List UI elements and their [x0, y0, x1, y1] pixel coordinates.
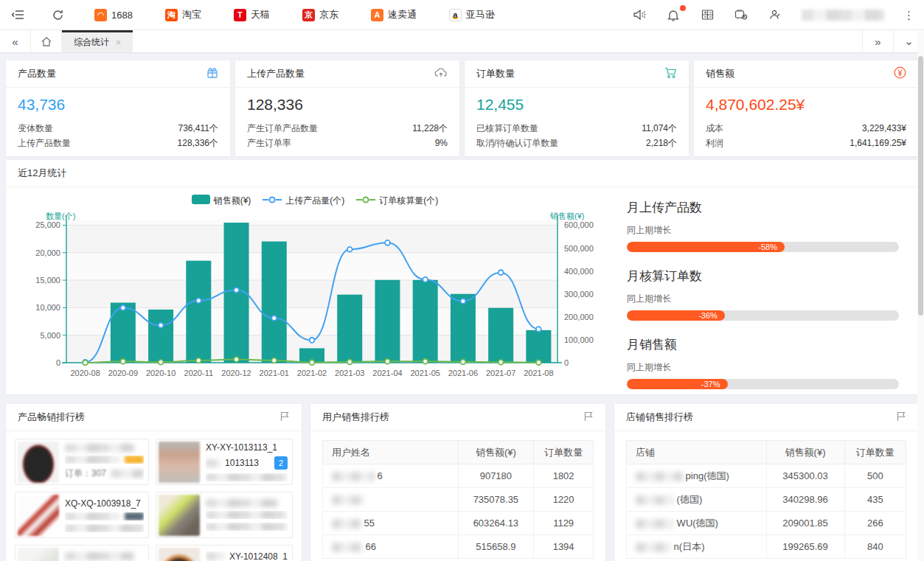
- blurred-text: [206, 459, 220, 467]
- kpi-progress-track[interactable]: -58%: [627, 242, 899, 252]
- apps-icon[interactable]: [700, 7, 715, 22]
- refresh-icon[interactable]: [50, 7, 65, 22]
- svg-text:5,000: 5,000: [40, 331, 60, 340]
- legend-label: 销售额(¥): [214, 195, 251, 207]
- stat-subrow-value: 11,228个: [412, 121, 448, 136]
- flag-icon[interactable]: [279, 411, 290, 424]
- blurred-text: [206, 511, 288, 519]
- table-row[interactable]: 735078.351220: [323, 488, 594, 512]
- platform-tab-label: 亚马逊: [466, 8, 495, 21]
- more-menu-icon[interactable]: ⋮: [903, 13, 914, 17]
- product-grid: 订单：307XY-XY-1013113_110131132XQ-XQ-10039…: [6, 431, 302, 561]
- stat-card-body: 12,455已核算订单数量11,074个取消/待确认订单数量2,218个: [465, 88, 689, 156]
- product-order-line: [206, 473, 288, 481]
- support-icon[interactable]: [734, 7, 748, 22]
- product-card[interactable]: 订单：307: [15, 439, 149, 485]
- product-order-line: [206, 523, 288, 531]
- scrollbar-thumb[interactable]: [918, 56, 923, 316]
- product-card[interactable]: XY-XY-1013113_110131132: [156, 439, 293, 485]
- platform-tab-1688[interactable]: ◠1688: [94, 9, 133, 21]
- stat-subrow-value: 2,218个: [646, 136, 677, 150]
- blurred-name: [636, 519, 674, 529]
- gift-icon: [206, 67, 218, 81]
- kpi-title: 月上传产品数: [627, 199, 899, 216]
- sales-cell: 907180: [458, 464, 534, 488]
- product-ranking-panel: 产品畅销排行榜 订单：307XY-XY-1013113_110131132XQ-…: [6, 404, 302, 561]
- table-row[interactable]: n(日本)199265.69840: [627, 535, 906, 559]
- name-suffix: n(日本): [671, 541, 705, 552]
- product-panel-header: 产品畅销排行榜: [6, 404, 302, 431]
- legend-marker-icon: [192, 195, 210, 206]
- product-order-line: 订单：307: [65, 467, 144, 480]
- svg-text:2021-07: 2021-07: [486, 369, 515, 377]
- kpi-progress-fill: -36%: [627, 310, 725, 321]
- blurred-name: [332, 495, 364, 505]
- platform-tab-京东[interactable]: 京京东: [302, 8, 338, 21]
- legend-item-bar[interactable]: 销售额(¥): [192, 195, 251, 207]
- tabs-scroll-left-icon[interactable]: «: [0, 30, 31, 52]
- flag-icon[interactable]: [583, 411, 594, 424]
- platform-tab-天猫[interactable]: T天猫: [234, 8, 270, 21]
- platform-logo-icon: T: [234, 9, 246, 21]
- bell-icon[interactable]: [666, 7, 681, 22]
- toolbar-right: ⋮: [632, 7, 914, 22]
- combo-chart[interactable]: 05,00010,00015,00020,00025,0000100,00020…: [10, 211, 619, 389]
- svg-text:2021-06: 2021-06: [448, 369, 478, 377]
- username-blurred[interactable]: [802, 10, 884, 21]
- stat-subrow-label: 产生订单产品数量: [247, 121, 318, 136]
- flag-icon[interactable]: [896, 411, 906, 424]
- platform-tab-速卖通[interactable]: A速卖通: [371, 8, 417, 21]
- orders-cell: 1129: [534, 512, 594, 535]
- blurred-name: [636, 495, 674, 505]
- table-row[interactable]: WU(德国)209001.85266: [627, 512, 906, 535]
- stat-subrow-value: 9%: [435, 136, 448, 150]
- page-scrollbar[interactable]: [917, 31, 924, 561]
- legend-item-line[interactable]: 订单核算量(个): [356, 195, 438, 207]
- user-sales-table: 用户姓名销售额(¥)订单数量 69071801802 735078.351220…: [322, 440, 594, 559]
- collapse-menu-icon[interactable]: [10, 7, 25, 22]
- stat-subrow-value: 11,074个: [642, 121, 677, 136]
- user-panel-header: 用户销售排行榜: [310, 404, 605, 431]
- product-card[interactable]: [156, 492, 293, 538]
- sales-cell: 735078.35: [458, 488, 534, 512]
- kpi-progress-track[interactable]: -37%: [627, 379, 899, 389]
- product-image: [159, 548, 200, 561]
- table-row[interactable]: 69071801802: [323, 464, 594, 488]
- tabs-scroll-right-icon[interactable]: »: [862, 30, 893, 52]
- blurred-text: [206, 499, 278, 507]
- tab-close-icon[interactable]: ×: [116, 38, 121, 48]
- legend-item-line[interactable]: 上传产品量(个): [263, 195, 344, 207]
- table-row[interactable]: ping(德国)345300.03500: [627, 464, 906, 488]
- product-card[interactable]: XQ-XQ-1003918_7: [15, 492, 149, 538]
- product-card[interactable]: XY-1012408_1: [156, 545, 293, 561]
- product-info: XY-XY-1013113_110131132: [206, 442, 288, 481]
- home-icon[interactable]: [31, 30, 62, 52]
- product-card[interactable]: [15, 545, 149, 561]
- stat-card-1: 产品数量43,736变体数量736,411个上传产品数量128,336个: [6, 60, 230, 156]
- blurred-text: [65, 444, 134, 452]
- orders-cell: 435: [844, 488, 906, 512]
- platform-tab-亚马逊[interactable]: a亚马逊: [449, 8, 495, 21]
- kpi-title: 月销售额: [627, 336, 899, 353]
- kpi-progress-track[interactable]: -36%: [627, 310, 899, 321]
- platform-logo-icon: a: [449, 9, 462, 21]
- svg-text:0: 0: [56, 358, 60, 367]
- table-row[interactable]: 66515658.91394: [323, 535, 594, 559]
- svg-text:100,000: 100,000: [564, 335, 594, 344]
- tab-comprehensive-stats[interactable]: 综合统计 ×: [62, 30, 133, 52]
- user-icon[interactable]: [768, 7, 782, 22]
- chart-legend: 销售额(¥)上传产品量(个)订单核算量(个): [10, 190, 619, 211]
- platform-tab-淘宝[interactable]: 淘淘宝: [165, 8, 201, 21]
- table-row[interactable]: (德国)340298.96435: [627, 488, 906, 512]
- notification-dot: [680, 5, 686, 11]
- blurred-text: [65, 456, 120, 464]
- product-image: [159, 495, 200, 536]
- stat-card-subrow: 利润1,641,169.25¥: [706, 136, 906, 150]
- svg-text:2021-03: 2021-03: [335, 369, 364, 377]
- orders-cell: 840: [844, 535, 906, 559]
- cart-icon: [664, 67, 677, 81]
- tab-label: 综合统计: [74, 36, 109, 49]
- megaphone-icon[interactable]: [632, 7, 647, 22]
- table-row[interactable]: 55603264.131129: [323, 512, 594, 535]
- product-info: XY-1012408_1: [206, 551, 288, 561]
